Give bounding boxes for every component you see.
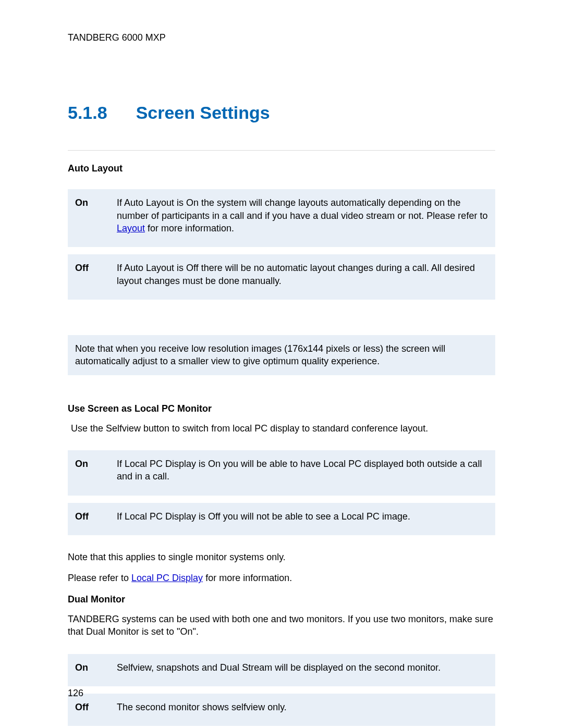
dual-monitor-table: On Selfview, snapshots and Dual Stream w… xyxy=(68,647,495,728)
option-desc: If Auto Layout is On the system will cha… xyxy=(109,189,495,247)
dual-monitor-intro: TANDBERG systems can be used with both o… xyxy=(68,613,495,638)
text: If Auto Layout is On the system will cha… xyxy=(117,198,487,220)
option-label: On xyxy=(68,654,109,686)
table-row: Off The second monitor shows selfview on… xyxy=(68,694,495,726)
option-label: Off xyxy=(68,503,109,535)
local-pc-refer: Please refer to Local PC Display for mor… xyxy=(68,572,495,584)
local-pc-note: Note that this applies to single monitor… xyxy=(68,551,495,563)
option-label: On xyxy=(68,450,109,496)
table-row: Off If Auto Layout is Off there will be … xyxy=(68,254,495,300)
option-label: On xyxy=(68,189,109,247)
table-row: Off If Local PC Display is Off you will … xyxy=(68,503,495,535)
text: for more information. xyxy=(145,223,234,233)
option-desc: If Local PC Display is On you will be ab… xyxy=(109,450,495,496)
option-desc: If Local PC Display is Off you will not … xyxy=(109,503,495,535)
heading-local-pc: Use Screen as Local PC Monitor xyxy=(68,402,495,415)
table-row: On Selfview, snapshots and Dual Stream w… xyxy=(68,654,495,686)
heading-dual-monitor: Dual Monitor xyxy=(68,593,495,606)
section-number: 5.1.8 xyxy=(68,101,107,125)
note-auto-layout: Note that when you receive low resolutio… xyxy=(68,335,495,375)
local-pc-table: On If Local PC Display is On you will be… xyxy=(68,443,495,542)
table-row: On If Local PC Display is On you will be… xyxy=(68,450,495,496)
option-desc: If Auto Layout is Off there will be no a… xyxy=(109,254,495,300)
section-title: 5.1.8Screen Settings xyxy=(68,101,495,125)
link-layout[interactable]: Layout xyxy=(117,223,145,233)
option-desc: Selfview, snapshots and Dual Stream will… xyxy=(109,654,495,686)
option-label: Off xyxy=(68,254,109,300)
page-number: 126 xyxy=(68,687,83,699)
header-product: TANDBERG 6000 MXP xyxy=(68,31,495,44)
text: Please refer to xyxy=(68,573,131,583)
option-desc: The second monitor shows selfview only. xyxy=(109,694,495,726)
auto-layout-table: On If Auto Layout is On the system will … xyxy=(68,182,495,306)
link-local-pc-display[interactable]: Local PC Display xyxy=(131,573,203,583)
divider xyxy=(68,150,495,151)
local-pc-intro: Use the Selfview button to switch from l… xyxy=(68,422,495,435)
section-name: Screen Settings xyxy=(136,103,270,122)
table-row: On If Auto Layout is On the system will … xyxy=(68,189,495,247)
text: for more information. xyxy=(203,573,292,583)
heading-auto-layout: Auto Layout xyxy=(68,162,495,175)
